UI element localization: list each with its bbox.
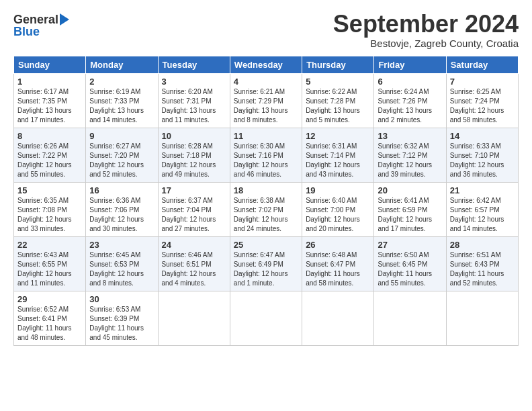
table-row: 28Sunrise: 6:51 AMSunset: 6:43 PMDayligh… — [446, 236, 518, 291]
day-info: Sunrise: 6:25 AMSunset: 7:24 PMDaylight:… — [450, 87, 515, 125]
day-info: Sunrise: 6:32 AMSunset: 7:12 PMDaylight:… — [378, 142, 442, 179]
day-info: Sunrise: 6:45 AMSunset: 6:53 PMDaylight:… — [89, 250, 154, 288]
table-row: 13Sunrise: 6:32 AMSunset: 7:12 PMDayligh… — [374, 128, 446, 182]
table-row: 6Sunrise: 6:24 AMSunset: 7:26 PMDaylight… — [374, 73, 446, 128]
day-number: 20 — [378, 185, 442, 195]
table-row: 15Sunrise: 6:35 AMSunset: 7:08 PMDayligh… — [14, 182, 86, 236]
table-row: 11Sunrise: 6:30 AMSunset: 7:16 PMDayligh… — [230, 128, 302, 182]
header-sunday: Sunday — [14, 56, 86, 73]
calendar-week-row: 22Sunrise: 6:43 AMSunset: 6:55 PMDayligh… — [14, 236, 519, 291]
table-row: 5Sunrise: 6:22 AMSunset: 7:28 PMDaylight… — [302, 73, 374, 128]
day-number: 29 — [17, 294, 82, 304]
day-number: 4 — [234, 77, 298, 87]
table-row: 29Sunrise: 6:52 AMSunset: 6:41 PMDayligh… — [14, 291, 86, 345]
day-number: 22 — [17, 240, 82, 250]
day-number: 13 — [378, 131, 442, 141]
day-info: Sunrise: 6:33 AMSunset: 7:10 PMDaylight:… — [450, 142, 515, 179]
day-info: Sunrise: 6:27 AMSunset: 7:20 PMDaylight:… — [89, 142, 154, 179]
day-info: Sunrise: 6:41 AMSunset: 6:59 PMDaylight:… — [378, 196, 442, 234]
day-info: Sunrise: 6:30 AMSunset: 7:16 PMDaylight:… — [234, 142, 298, 179]
table-row: 19Sunrise: 6:40 AMSunset: 7:00 PMDayligh… — [302, 182, 374, 236]
day-number: 8 — [17, 131, 82, 141]
day-number: 25 — [234, 240, 298, 250]
table-row: 22Sunrise: 6:43 AMSunset: 6:55 PMDayligh… — [14, 236, 86, 291]
day-number: 3 — [162, 77, 226, 87]
day-info: Sunrise: 6:52 AMSunset: 6:41 PMDaylight:… — [17, 305, 82, 342]
table-row: 12Sunrise: 6:31 AMSunset: 7:14 PMDayligh… — [302, 128, 374, 182]
table-row — [302, 291, 374, 345]
table-row: 10Sunrise: 6:28 AMSunset: 7:18 PMDayligh… — [158, 128, 230, 182]
day-info: Sunrise: 6:24 AMSunset: 7:26 PMDaylight:… — [378, 87, 442, 125]
table-row: 4Sunrise: 6:21 AMSunset: 7:29 PMDaylight… — [230, 73, 302, 128]
table-row: 2Sunrise: 6:19 AMSunset: 7:33 PMDaylight… — [86, 73, 158, 128]
day-number: 1 — [17, 77, 82, 87]
header-tuesday: Tuesday — [158, 56, 230, 73]
table-row: 7Sunrise: 6:25 AMSunset: 7:24 PMDaylight… — [446, 73, 518, 128]
day-info: Sunrise: 6:42 AMSunset: 6:57 PMDaylight:… — [450, 196, 515, 234]
logo-arrow-icon — [60, 13, 69, 26]
day-info: Sunrise: 6:19 AMSunset: 7:33 PMDaylight:… — [89, 87, 154, 125]
day-number: 27 — [378, 240, 442, 250]
calendar-week-row: 29Sunrise: 6:52 AMSunset: 6:41 PMDayligh… — [14, 291, 519, 345]
day-number: 18 — [234, 185, 298, 195]
day-info: Sunrise: 6:38 AMSunset: 7:02 PMDaylight:… — [234, 196, 298, 234]
header-thursday: Thursday — [302, 56, 374, 73]
location-title: Bestovje, Zagreb County, Croatia — [333, 38, 519, 49]
table-row — [230, 291, 302, 345]
table-row: 23Sunrise: 6:45 AMSunset: 6:53 PMDayligh… — [86, 236, 158, 291]
header-friday: Friday — [374, 56, 446, 73]
day-info: Sunrise: 6:50 AMSunset: 6:45 PMDaylight:… — [378, 250, 442, 288]
day-info: Sunrise: 6:37 AMSunset: 7:04 PMDaylight:… — [162, 196, 226, 234]
table-row: 20Sunrise: 6:41 AMSunset: 6:59 PMDayligh… — [374, 182, 446, 236]
table-row — [374, 291, 446, 345]
table-row: 16Sunrise: 6:36 AMSunset: 7:06 PMDayligh… — [86, 182, 158, 236]
header-saturday: Saturday — [446, 56, 518, 73]
table-row: 21Sunrise: 6:42 AMSunset: 6:57 PMDayligh… — [446, 182, 518, 236]
calendar-table: Sunday Monday Tuesday Wednesday Thursday… — [13, 56, 519, 346]
day-number: 28 — [450, 240, 515, 250]
day-info: Sunrise: 6:28 AMSunset: 7:18 PMDaylight:… — [162, 142, 226, 179]
day-number: 15 — [17, 185, 82, 195]
day-number: 2 — [89, 77, 154, 87]
day-info: Sunrise: 6:22 AMSunset: 7:28 PMDaylight:… — [306, 87, 370, 125]
day-number: 6 — [378, 77, 442, 87]
month-title: September 2024 — [333, 11, 519, 38]
day-number: 30 — [89, 294, 154, 304]
day-number: 10 — [162, 131, 226, 141]
table-row: 18Sunrise: 6:38 AMSunset: 7:02 PMDayligh… — [230, 182, 302, 236]
table-row: 17Sunrise: 6:37 AMSunset: 7:04 PMDayligh… — [158, 182, 230, 236]
table-row: 14Sunrise: 6:33 AMSunset: 7:10 PMDayligh… — [446, 128, 518, 182]
day-number: 11 — [234, 131, 298, 141]
day-number: 26 — [306, 240, 370, 250]
day-number: 17 — [162, 185, 226, 195]
day-info: Sunrise: 6:31 AMSunset: 7:14 PMDaylight:… — [306, 142, 370, 179]
table-row: 27Sunrise: 6:50 AMSunset: 6:45 PMDayligh… — [374, 236, 446, 291]
day-number: 19 — [306, 185, 370, 195]
day-info: Sunrise: 6:51 AMSunset: 6:43 PMDaylight:… — [450, 250, 515, 288]
table-row — [158, 291, 230, 345]
logo-blue-text: Blue — [13, 26, 40, 38]
header-wednesday: Wednesday — [230, 56, 302, 73]
day-info: Sunrise: 6:47 AMSunset: 6:49 PMDaylight:… — [234, 250, 298, 288]
table-row: 1Sunrise: 6:17 AMSunset: 7:35 PMDaylight… — [14, 73, 86, 128]
table-row: 9Sunrise: 6:27 AMSunset: 7:20 PMDaylight… — [86, 128, 158, 182]
header-monday: Monday — [86, 56, 158, 73]
day-number: 9 — [89, 131, 154, 141]
table-row: 3Sunrise: 6:20 AMSunset: 7:31 PMDaylight… — [158, 73, 230, 128]
day-info: Sunrise: 6:40 AMSunset: 7:00 PMDaylight:… — [306, 196, 370, 234]
calendar-week-row: 15Sunrise: 6:35 AMSunset: 7:08 PMDayligh… — [14, 182, 519, 236]
day-number: 16 — [89, 185, 154, 195]
table-row — [446, 291, 518, 345]
table-row: 8Sunrise: 6:26 AMSunset: 7:22 PMDaylight… — [14, 128, 86, 182]
day-info: Sunrise: 6:20 AMSunset: 7:31 PMDaylight:… — [162, 87, 226, 125]
table-row: 24Sunrise: 6:46 AMSunset: 6:51 PMDayligh… — [158, 236, 230, 291]
table-row: 30Sunrise: 6:53 AMSunset: 6:39 PMDayligh… — [86, 291, 158, 345]
day-number: 12 — [306, 131, 370, 141]
day-info: Sunrise: 6:46 AMSunset: 6:51 PMDaylight:… — [162, 250, 226, 288]
calendar-week-row: 8Sunrise: 6:26 AMSunset: 7:22 PMDaylight… — [14, 128, 519, 182]
day-number: 23 — [89, 240, 154, 250]
day-number: 24 — [162, 240, 226, 250]
day-info: Sunrise: 6:26 AMSunset: 7:22 PMDaylight:… — [17, 142, 82, 179]
day-info: Sunrise: 6:17 AMSunset: 7:35 PMDaylight:… — [17, 87, 82, 125]
day-number: 14 — [450, 131, 515, 141]
